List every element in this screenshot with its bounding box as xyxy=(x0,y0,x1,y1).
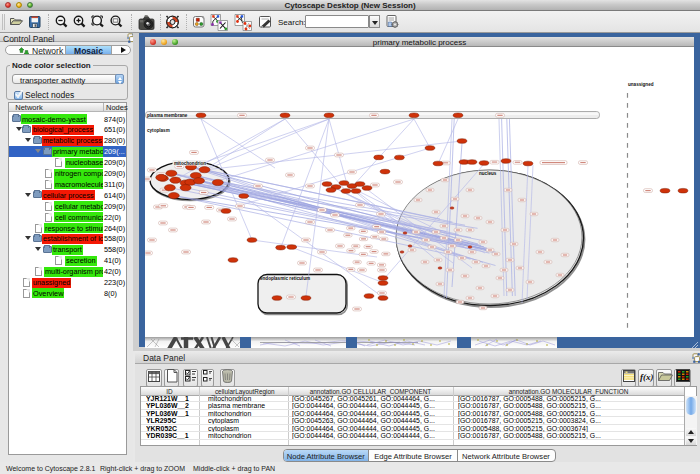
svg-text:cytoplasm: cytoplasm xyxy=(147,128,170,133)
svg-text:f(x): f(x) xyxy=(640,372,654,382)
svg-text:nucleus: nucleus xyxy=(479,171,497,176)
svg-text:mitochondrion: mitochondrion xyxy=(174,161,206,166)
svg-text:unassigned: unassigned xyxy=(628,82,654,87)
svg-text:endoplasmic reticulum: endoplasmic reticulum xyxy=(260,276,310,281)
svg-text:plasma membrane: plasma membrane xyxy=(147,113,188,118)
